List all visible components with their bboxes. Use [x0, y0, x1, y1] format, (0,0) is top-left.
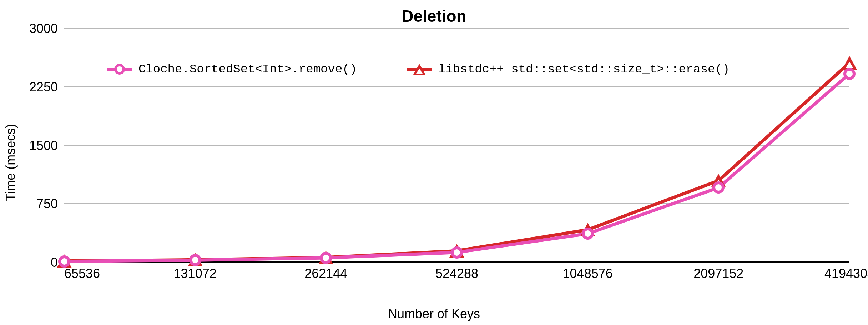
series-line-libstdcpp [64, 63, 849, 261]
x-tick-label: 262144 [304, 266, 347, 281]
legend-swatch [107, 62, 132, 76]
legend-item-cloche: Cloche.SortedSet<Int>.remove() [107, 62, 357, 76]
circle-marker [189, 254, 201, 266]
y-tick-label: 750 [36, 196, 58, 211]
plot-area: 3000 2250 1500 750 0 65536 131072 262144… [64, 29, 849, 262]
circle-marker [320, 252, 332, 264]
circle-marker [451, 246, 463, 259]
x-tick-label: 131072 [174, 266, 217, 281]
y-axis-label: Time (msecs) [3, 124, 18, 201]
y-tick-label: 2250 [29, 80, 58, 95]
circle-marker [582, 228, 594, 240]
legend: Cloche.SortedSet<Int>.remove() libstdc++… [107, 62, 730, 76]
x-tick-label: 65536 [64, 266, 100, 281]
legend-swatch [407, 62, 432, 76]
x-tick-label: 1048576 [563, 266, 613, 281]
circle-marker [712, 181, 725, 194]
circle-marker [843, 68, 856, 80]
x-tick-label: 4194304 [824, 266, 868, 281]
x-tick-label: 2097152 [693, 266, 743, 281]
legend-item-libstdcpp: libstdc++ std::set<std::size_t>::erase() [407, 62, 730, 76]
circle-marker [58, 255, 70, 268]
legend-label: Cloche.SortedSet<Int>.remove() [138, 62, 357, 76]
deletion-chart: Deletion Time (msecs) Number of Keys 300… [0, 0, 868, 325]
x-axis-label: Number of Keys [0, 306, 868, 321]
y-tick-label: 3000 [29, 21, 58, 36]
legend-label: libstdc++ std::set<std::size_t>::erase() [438, 62, 730, 76]
chart-title: Deletion [0, 6, 868, 26]
x-tick-label: 524288 [435, 266, 478, 281]
y-tick-label: 1500 [29, 138, 58, 153]
